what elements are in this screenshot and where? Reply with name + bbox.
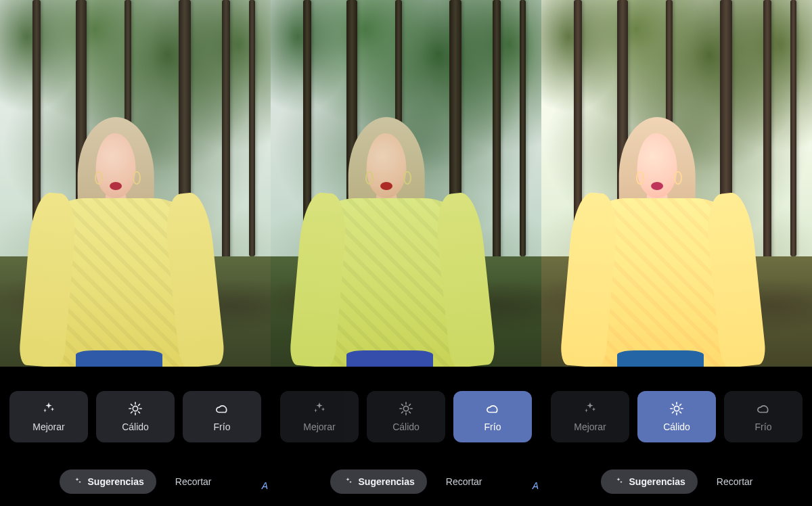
suggestion-chips-row: Mejorar Cálido Frío — [0, 391, 271, 442]
cloud-icon — [215, 401, 229, 416]
cool-chip[interactable]: Frío — [453, 391, 532, 442]
sparkle-small-icon — [342, 476, 353, 487]
svg-point-1 — [403, 406, 408, 411]
cool-chip[interactable]: Frío — [183, 391, 261, 442]
cool-chip-label: Frío — [214, 421, 231, 432]
cloud-icon — [485, 401, 500, 416]
sparkle-icon — [41, 401, 56, 416]
enhance-chip-label: Mejorar — [32, 421, 64, 432]
editor-panel: Mejorar Cálido Frío Sugerencias Recortar — [271, 0, 541, 506]
bottom-tabs: Sugerencias Recortar — [0, 469, 271, 494]
photo-preview[interactable] — [0, 0, 271, 367]
sparkle-small-icon — [72, 476, 83, 487]
suggestion-chips-row: Mejorar Cálido Frío — [271, 391, 541, 442]
editor-panel: Mejorar Cálido Frío — [0, 0, 271, 506]
bottom-tabs: Sugerencias Recortar — [541, 469, 812, 494]
crop-tab-label: Recortar — [175, 476, 212, 487]
subject-person — [303, 95, 476, 367]
enhance-chip-label: Mejorar — [574, 421, 606, 432]
warm-chip-label: Cálido — [663, 421, 690, 432]
photo-scene — [541, 0, 812, 367]
editor-controls: Mejorar Cálido Frío — [0, 367, 271, 506]
next-tab-hint: A — [262, 480, 268, 491]
editor-panel: Mejorar Cálido Frío Sugerencias Recortar — [541, 0, 812, 506]
sparkle-small-icon — [613, 476, 624, 487]
sun-icon — [669, 401, 684, 416]
crop-tab-label: Recortar — [446, 476, 482, 487]
svg-point-0 — [133, 406, 137, 411]
warm-chip[interactable]: Cálido — [96, 391, 175, 442]
photo-scene — [0, 0, 271, 367]
photo-scene — [271, 0, 541, 367]
sparkle-icon — [312, 401, 327, 416]
enhance-chip[interactable]: Mejorar — [280, 391, 359, 442]
editor-controls: Mejorar Cálido Frío Sugerencias Recortar — [271, 367, 541, 506]
warm-chip[interactable]: Cálido — [367, 391, 445, 442]
suggestions-tab[interactable]: Sugerencias — [60, 469, 156, 494]
svg-point-2 — [674, 406, 679, 411]
suggestions-tab[interactable]: Sugerencias — [601, 469, 698, 494]
sun-icon — [128, 401, 143, 416]
warm-chip-label: Cálido — [122, 421, 149, 432]
sun-icon — [399, 401, 413, 416]
enhance-chip[interactable]: Mejorar — [551, 391, 629, 442]
cool-chip-label: Frío — [755, 421, 772, 432]
cloud-icon — [756, 401, 771, 416]
suggestions-tab-label: Sugerencias — [88, 476, 144, 487]
enhance-chip-label: Mejorar — [303, 421, 335, 432]
warm-chip[interactable]: Cálido — [637, 391, 716, 442]
crop-tab[interactable]: Recortar — [175, 476, 212, 487]
warm-chip-label: Cálido — [392, 421, 420, 432]
subject-person — [32, 95, 206, 367]
photo-preview[interactable] — [271, 0, 541, 367]
editor-controls: Mejorar Cálido Frío Sugerencias Recortar — [541, 367, 812, 506]
suggestions-tab[interactable]: Sugerencias — [330, 469, 427, 494]
suggestions-tab-label: Sugerencias — [629, 476, 685, 487]
crop-tab[interactable]: Recortar — [717, 476, 753, 487]
sparkle-icon — [583, 401, 597, 416]
crop-tab[interactable]: Recortar — [446, 476, 482, 487]
suggestion-chips-row: Mejorar Cálido Frío — [541, 391, 812, 442]
cool-chip-label: Frío — [484, 421, 501, 432]
enhance-chip[interactable]: Mejorar — [9, 391, 88, 442]
cool-chip[interactable]: Frío — [724, 391, 803, 442]
crop-tab-label: Recortar — [717, 476, 753, 487]
photo-preview[interactable] — [541, 0, 812, 367]
next-tab-hint: A — [533, 480, 539, 491]
screenshots-row: Mejorar Cálido Frío — [0, 0, 812, 506]
suggestions-tab-label: Sugerencias — [359, 476, 415, 487]
subject-person — [574, 95, 747, 367]
bottom-tabs: Sugerencias Recortar — [271, 469, 541, 494]
